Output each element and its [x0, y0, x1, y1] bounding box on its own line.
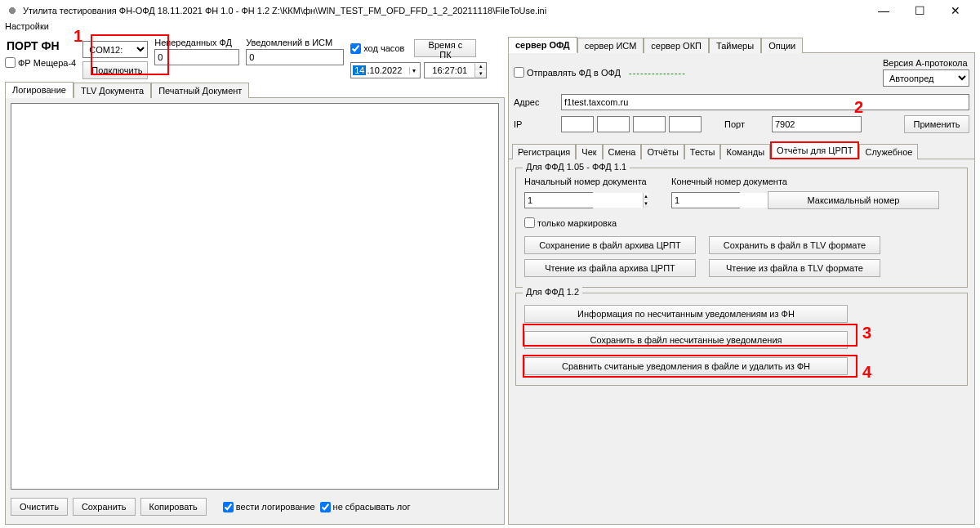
unsent-fd-input[interactable]: [154, 49, 239, 65]
save-button[interactable]: Сохранить: [73, 498, 136, 516]
compare-delete-button[interactable]: Сравнить считаные уведомления в файле и …: [524, 357, 848, 375]
subtab-commands[interactable]: Команды: [720, 144, 770, 159]
address-label: Адрес: [514, 97, 555, 107]
do-log-checkbox[interactable]: вести логирование: [223, 502, 315, 512]
annotation-3: 3: [862, 324, 871, 342]
fr-meshera-checkbox[interactable]: ФР Мещера-4: [5, 57, 76, 68]
unsent-fd-label: Непереданных ФД: [154, 38, 239, 47]
subtab-reports[interactable]: Отчёты: [641, 144, 684, 159]
tab-ofd-server[interactable]: сервер ОФД: [508, 37, 577, 53]
annotation-2: 2: [854, 98, 863, 117]
save-unread-notif-button[interactable]: Сохранить в файл несчитанные уведомления: [524, 331, 848, 349]
apply-button[interactable]: Применить: [904, 115, 969, 133]
connect-button[interactable]: Подключить: [82, 61, 148, 79]
subtab-service[interactable]: Служебное: [859, 144, 918, 159]
address-input[interactable]: [561, 94, 969, 110]
ism-notif-input[interactable]: [246, 49, 344, 65]
ip-label: IP: [514, 119, 555, 129]
save-crpt-archive-button[interactable]: Сохранение в файл архива ЦРПТ: [524, 236, 696, 254]
tab-timers[interactable]: Таймеры: [709, 38, 761, 53]
only-marking-checkbox[interactable]: только маркировка: [524, 217, 959, 228]
chevron-down-icon[interactable]: ▾: [409, 67, 418, 74]
group-ffd105-111: Для ФФД 1.05 - ФФД 1.1 Начальный номер д…: [515, 168, 968, 288]
maximize-button[interactable]: ☐: [902, 0, 938, 21]
annotation-4: 4: [862, 363, 871, 382]
start-doc-spinner[interactable]: ▲▼: [524, 192, 593, 208]
ofd-status-dashes: ---------------: [629, 68, 686, 78]
subtab-check[interactable]: Чек: [576, 144, 602, 159]
tab-okp-server[interactable]: сервер ОКП: [644, 38, 709, 53]
group-ffd12: Для ФФД 1.2 Информация по несчитанным ув…: [515, 293, 968, 386]
tab-logging[interactable]: Логирование: [5, 82, 74, 98]
read-tlv-button[interactable]: Чтение из файла в TLV формате: [709, 259, 880, 277]
port-title: ПОРТ ФН: [5, 36, 76, 56]
ip-inputs[interactable]: [561, 116, 702, 132]
log-textarea[interactable]: [11, 103, 499, 490]
start-doc-label: Начальный номер документа: [524, 177, 655, 186]
send-fd-checkbox[interactable]: Отправлять ФД в ОФД: [514, 67, 621, 78]
version-label: Версия А-протокола: [883, 58, 968, 68]
app-icon: [7, 5, 18, 16]
info-unread-notif-button[interactable]: Информация по несчитанным уведомлениям и…: [524, 305, 848, 323]
title-bar: Утилита тестирования ФН-ОФД 18.11.2021 Ф…: [0, 0, 980, 21]
tab-options[interactable]: Опции: [761, 38, 803, 53]
subtab-shift[interactable]: Смена: [603, 144, 642, 159]
port-label: Порт: [724, 119, 765, 129]
version-select[interactable]: Автоопред: [883, 69, 969, 87]
ism-notif-label: Уведомлений в ИСМ: [246, 38, 344, 47]
minimize-button[interactable]: —: [866, 0, 902, 21]
clear-button[interactable]: Очистить: [11, 498, 68, 516]
subtab-tests[interactable]: Тесты: [684, 144, 721, 159]
close-button[interactable]: ✕: [938, 0, 973, 21]
no-reset-checkbox[interactable]: не сбрасывать лог: [320, 502, 411, 512]
pc-time-button[interactable]: Время с ПК: [414, 39, 476, 57]
tab-print-doc[interactable]: Печатный Документ: [151, 83, 249, 98]
time-spinner[interactable]: ▲▼: [424, 62, 487, 78]
tab-tlv[interactable]: TLV Документа: [74, 83, 151, 98]
menu-bar: Настройки: [0, 21, 980, 36]
date-picker[interactable]: 14 .10.2022 ▾: [350, 62, 421, 78]
read-crpt-archive-button[interactable]: Чтение из файла архива ЦРПТ: [524, 259, 696, 277]
menu-settings[interactable]: Настройки: [5, 21, 49, 31]
end-doc-spinner[interactable]: ▲▼: [671, 192, 740, 208]
copy-button[interactable]: Копировать: [140, 498, 207, 516]
max-number-button[interactable]: Максимальный номер: [768, 191, 939, 209]
annotation-1: 1: [74, 27, 82, 46]
port-input[interactable]: [772, 116, 862, 132]
end-doc-label: Конечный номер документа: [671, 177, 787, 186]
com-port-select[interactable]: COM12:: [82, 41, 148, 58]
window-title: Утилита тестирования ФН-ОФД 18.11.2021 Ф…: [23, 6, 866, 16]
save-tlv-button[interactable]: Сохранить в файл в TLV формате: [709, 236, 880, 254]
subtab-registration[interactable]: Регистрация: [512, 144, 576, 159]
subtab-crpt-reports[interactable]: Отчёты для ЦРПТ: [770, 141, 859, 159]
tab-ism-server[interactable]: сервер ИСМ: [577, 38, 644, 53]
clock-checkbox[interactable]: ход часов: [350, 43, 404, 54]
